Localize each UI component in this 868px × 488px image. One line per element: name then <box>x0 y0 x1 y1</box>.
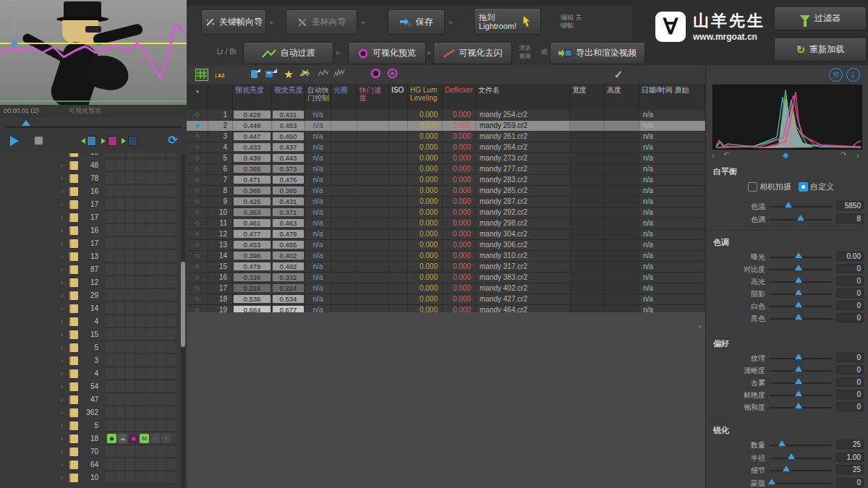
grid-view-icon[interactable] <box>195 69 208 81</box>
folder-row[interactable]: ›4 <box>0 315 187 328</box>
cut-curve-icon[interactable] <box>299 68 312 81</box>
keyframe-badge-icon[interactable]: ☁ <box>118 434 127 443</box>
table-row[interactable]: ◇60.3650.373n/a0.0000.000mandy 277.cr2n/… <box>187 164 705 175</box>
row-keyframe-diamond-icon[interactable]: ◇ <box>187 283 208 294</box>
slider-value[interactable]: 0 <box>836 276 864 286</box>
chevron-right-icon[interactable]: › <box>61 265 63 273</box>
slider-thumb-icon[interactable] <box>795 390 802 396</box>
slider-thumb-icon[interactable] <box>795 265 802 270</box>
column-header[interactable]: ♦ <box>187 84 208 110</box>
keyframe-badge-icon[interactable]: ◆ <box>107 434 116 443</box>
slider-thumb-icon[interactable] <box>795 314 802 320</box>
folder-row[interactable]: ›17 <box>0 237 187 250</box>
folder-row[interactable]: ›13 <box>0 250 187 263</box>
slider-thumb-icon[interactable] <box>795 403 802 408</box>
row-keyframe-diamond-icon[interactable]: ◇ <box>187 294 208 304</box>
keyframe-wizard-button[interactable]: 关键帧向导 <box>201 9 266 35</box>
slider-track[interactable] <box>770 294 832 295</box>
next-icon[interactable]: › <box>856 150 859 160</box>
chevron-right-icon[interactable]: › <box>61 200 63 208</box>
wave-rough-icon[interactable] <box>333 68 346 81</box>
panel-collapse-handle-icon[interactable]: ▸ <box>699 322 702 330</box>
slider-track[interactable] <box>770 445 832 446</box>
slider-track[interactable] <box>770 483 832 484</box>
table-row[interactable]: ◇10.4280.431n/a0.0000.000mandy 254.cr2n/… <box>187 110 705 121</box>
row-keyframe-diamond-icon[interactable]: ◇ <box>187 153 208 163</box>
column-header[interactable]: 光圈 <box>331 84 357 110</box>
export-xmp-icon[interactable] <box>249 68 262 81</box>
folder-row[interactable]: ›5 <box>0 341 187 354</box>
slider-value[interactable]: 0.00 <box>836 252 864 261</box>
row-keyframe-diamond-icon[interactable]: ◇ <box>187 186 208 196</box>
folder-row[interactable]: ›54 <box>0 380 187 393</box>
wave-smooth-icon[interactable] <box>317 68 330 81</box>
table-row[interactable]: ◇30.4470.450n/a0.0000.000mandy 261.cr2n/… <box>187 132 705 142</box>
folder-row[interactable]: ›5 <box>0 419 187 432</box>
table-row[interactable]: ◇80.3880.395n/a0.0000.000mandy 285.cr2n/… <box>187 186 705 197</box>
slider-track[interactable] <box>770 206 832 207</box>
chevron-right-icon[interactable]: › <box>61 421 63 429</box>
slider-value[interactable]: 0 <box>836 365 864 374</box>
folder-row[interactable]: ›29 <box>0 289 187 302</box>
star-icon[interactable]: ★ <box>282 68 295 81</box>
redo-icon[interactable]: ↷ <box>841 150 846 158</box>
folder-row[interactable]: ›12 <box>0 276 187 289</box>
table-row[interactable]: ◇120.4770.479n/a0.0000.000mandy 304.cr2n… <box>187 229 705 240</box>
folder-row[interactable]: ›362 <box>0 406 187 419</box>
column-header[interactable]: Deflicker <box>443 84 476 110</box>
slider-thumb-icon[interactable] <box>778 440 786 446</box>
custom-checkbox[interactable] <box>799 182 808 192</box>
table-row[interactable]: ◇180.5360.534n/a0.0000.000mandy 427.cr2n… <box>187 294 705 305</box>
preview-timeline[interactable] <box>0 120 187 130</box>
slider-value[interactable]: 8 <box>836 214 864 223</box>
slider-track[interactable] <box>770 269 832 270</box>
table-row[interactable]: ◇160.3260.332n/a0.0000.000mandy 383.cr2n… <box>187 273 705 283</box>
visual-deflicker-button[interactable]: 可视化去闪 <box>433 42 512 64</box>
chevron-right-icon[interactable]: › <box>61 213 63 221</box>
chevron-right-icon[interactable]: › <box>61 356 63 364</box>
row-keyframe-diamond-icon[interactable]: ◇ <box>187 273 208 283</box>
chevron-right-icon[interactable]: › <box>61 153 63 156</box>
undo-icon[interactable]: ↶ <box>723 150 729 158</box>
slider-value[interactable]: 0 <box>836 264 864 273</box>
slider-thumb-icon[interactable] <box>795 301 802 307</box>
folder-row[interactable]: ›14 <box>0 302 187 315</box>
folder-row[interactable]: ›16 <box>0 185 187 198</box>
table-row[interactable]: ◇40.4330.437n/a0.0000.000mandy 264.cr2n/… <box>187 142 705 153</box>
slider-value[interactable]: 1.00 <box>836 453 864 462</box>
slider-track[interactable] <box>770 281 832 283</box>
row-keyframe-diamond-icon[interactable]: ◇ <box>187 110 208 120</box>
slider-value[interactable]: 0 <box>836 377 864 387</box>
sort-az-icon[interactable]: ↓AZ <box>213 68 226 81</box>
table-row[interactable]: ◆20.4480.453n/a0.0000.000mandy 259.cr2n/… <box>187 121 705 132</box>
chevron-right-icon[interactable]: › <box>61 161 63 169</box>
download-icon[interactable]: ⤓ <box>846 68 860 82</box>
preview-image[interactable] <box>0 0 187 105</box>
table-row[interactable]: ◇100.3630.371n/a0.0000.000mandy 292.cr2n… <box>187 207 705 218</box>
keyframe-badge-icon[interactable]: ‹ <box>150 434 160 443</box>
auto-transition-button[interactable]: 自动过渡 <box>243 42 333 64</box>
column-header[interactable]: 快门速度 <box>357 84 389 110</box>
visual-preview-dot-icon[interactable] <box>369 68 382 81</box>
slider-value[interactable]: 25 <box>836 440 864 449</box>
column-header[interactable]: 日期/时间 原始 <box>639 84 705 110</box>
chevron-right-icon[interactable]: › <box>61 330 63 338</box>
slider-thumb-icon[interactable] <box>795 277 802 283</box>
jump-current-keyframe-icon[interactable] <box>101 136 117 145</box>
export-render-video-button[interactable]: 导出和渲染视频 <box>550 42 645 64</box>
stop-icon[interactable] <box>35 137 43 145</box>
row-keyframe-diamond-icon[interactable]: ◇ <box>187 251 208 261</box>
slider-value[interactable]: 0 <box>836 478 864 487</box>
folder-row[interactable]: ›17 <box>0 211 187 224</box>
slider-value[interactable]: 25 <box>836 465 864 474</box>
slider-track[interactable] <box>770 382 832 384</box>
jump-next-keyframe-icon[interactable] <box>122 136 137 145</box>
chevron-right-icon[interactable]: › <box>61 461 63 468</box>
chevron-right-icon[interactable]: › <box>61 304 63 312</box>
timeline-thumb-icon[interactable] <box>22 120 30 126</box>
row-keyframe-diamond-icon[interactable]: ◇ <box>187 197 208 207</box>
jump-prev-keyframe-icon[interactable] <box>81 136 97 145</box>
column-header[interactable]: 自动快门控制 <box>305 84 331 110</box>
folder-list-scrollbar-thumb[interactable] <box>181 262 185 347</box>
slider-thumb-icon[interactable] <box>788 453 795 459</box>
